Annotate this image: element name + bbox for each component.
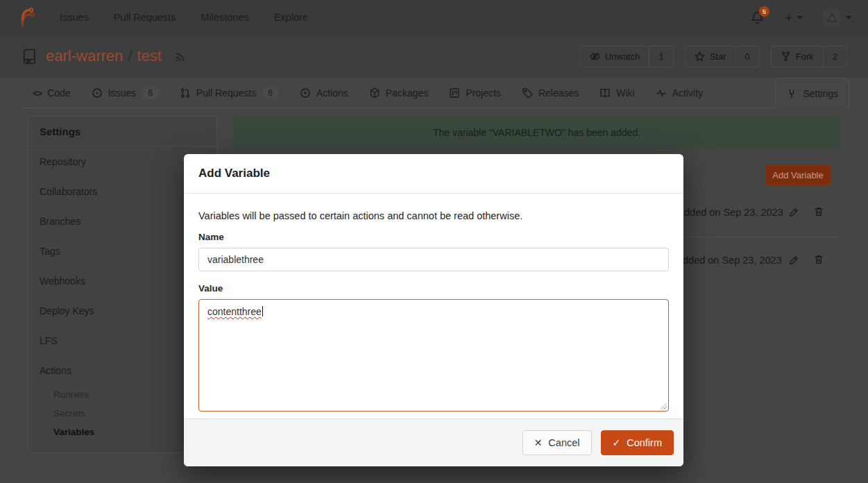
repo-book-icon [21,48,38,65]
modal-body: Variables will be passed to certain acti… [184,194,683,412]
tab-packages[interactable]: Packages [359,78,439,108]
tag-icon [522,87,533,99]
git-pull-request-icon [180,87,191,99]
star-icon [695,51,705,62]
unwatch-button[interactable]: Unwatch [581,46,649,67]
top-navbar: Issues Pull Requests Milestones Explore … [0,0,868,35]
value-label: Value [198,283,669,294]
repo-breadcrumb: earl-warren/test [46,47,162,65]
project-board-icon [449,87,460,99]
chevron-down-icon [846,16,851,19]
watchers-count[interactable]: 1 [649,46,672,67]
add-variable-modal: Add Variable Variables will be passed to… [184,154,683,466]
nav-explore[interactable]: Explore [274,12,308,23]
star-button-group: Star 0 [685,46,760,67]
fork-icon [781,51,791,62]
rss-icon[interactable] [173,50,186,62]
issue-opened-icon [92,87,103,99]
pulse-icon [656,87,667,99]
fork-label: Fork [796,51,814,62]
text-cursor [262,306,263,316]
nav-right: 5 + [751,9,851,26]
flash-text: The variable "VARIABLETWO" has been adde… [433,127,640,138]
name-input[interactable] [198,248,669,271]
tab-releases[interactable]: Releases [511,78,589,108]
repo-action-buttons: Unwatch 1 Star 0 [580,46,847,67]
tools-icon [786,88,797,99]
repo-tabs: <> Code Issues 6 Pull [22,78,713,108]
forgejo-logo-icon[interactable] [15,7,36,28]
user-menu[interactable] [824,9,851,26]
play-circle-icon [300,87,311,99]
eye-slash-icon [590,51,600,62]
tab-projects[interactable]: Projects [439,78,511,108]
breadcrumb-separator: / [128,47,132,65]
nav-issues[interactable]: Issues [60,12,89,23]
pull-requests-count-badge: 6 [262,87,279,99]
unwatch-label: Unwatch [605,51,640,62]
stars-count[interactable]: 0 [735,46,759,67]
close-icon: ✕ [534,437,543,448]
cancel-button[interactable]: ✕ Cancel [522,430,592,455]
tab-pull-requests[interactable]: Pull Requests 6 [169,78,289,108]
flash-success-message: The variable "VARIABLETWO" has been adde… [232,116,841,149]
tab-settings[interactable]: Settings [775,78,849,108]
issues-count-badge: 6 [142,87,159,99]
confirm-label: Confirm [627,437,662,448]
modal-description: Variables will be passed to certain acti… [198,210,669,221]
value-textarea[interactable]: contentthree [198,299,669,412]
edit-pencil-icon[interactable] [788,255,799,266]
value-text: contentthree [207,306,262,317]
star-label: Star [710,51,726,62]
row-divider [683,237,841,237]
fork-button[interactable]: Fork [772,46,823,67]
modal-title: Add Variable [198,167,270,180]
chevron-down-icon [797,16,803,19]
plus-icon: + [785,11,792,24]
modal-header: Add Variable [184,154,683,194]
create-new-dropdown[interactable]: + [785,11,803,24]
repo-name-link[interactable]: test [137,47,161,65]
page: Issues Pull Requests Milestones Explore … [0,0,868,483]
repo-owner-link[interactable]: earl-warren [46,47,123,65]
nav-links: Issues Pull Requests Milestones Explore [60,12,308,23]
resize-grip[interactable] [659,402,667,409]
repo-tabbar: <> Code Issues 6 Pull [0,78,868,108]
cancel-label: Cancel [548,437,579,448]
variable-row-added-date: dded on Sep 23, 2023 [684,207,783,218]
package-icon [369,87,380,99]
repo-title: earl-warren/test [21,47,186,65]
delete-trash-icon[interactable] [813,206,824,217]
sidebar-header: Settings [28,117,216,146]
book-open-icon [599,87,611,99]
variable-row-added-date: dded on Sep 23, 2023 [683,255,782,266]
nav-milestones[interactable]: Milestones [201,12,248,23]
nav-pull-requests[interactable]: Pull Requests [114,12,176,23]
avatar [824,9,840,26]
star-button[interactable]: Star [686,46,735,67]
watch-button-group: Unwatch 1 [580,46,674,67]
tab-wiki[interactable]: Wiki [589,78,645,108]
delete-trash-icon[interactable] [813,254,824,265]
edit-pencil-icon[interactable] [788,207,799,218]
tab-issues[interactable]: Issues 6 [81,78,169,108]
check-icon: ✓ [613,437,621,448]
add-variable-button[interactable]: Add Variable [765,164,831,185]
code-icon: <> [33,88,42,99]
tab-actions[interactable]: Actions [289,78,359,108]
notification-count-badge: 5 [759,6,769,17]
tab-code[interactable]: <> Code [22,78,81,108]
name-label: Name [198,232,669,242]
confirm-button[interactable]: ✓ Confirm [601,430,674,455]
modal-actions: ✕ Cancel ✓ Confirm [184,418,683,466]
forks-count[interactable]: 2 [823,46,846,67]
fork-button-group: Fork 2 [771,46,847,67]
tab-activity[interactable]: Activity [645,78,713,108]
notifications-bell-icon[interactable]: 5 [751,11,764,24]
